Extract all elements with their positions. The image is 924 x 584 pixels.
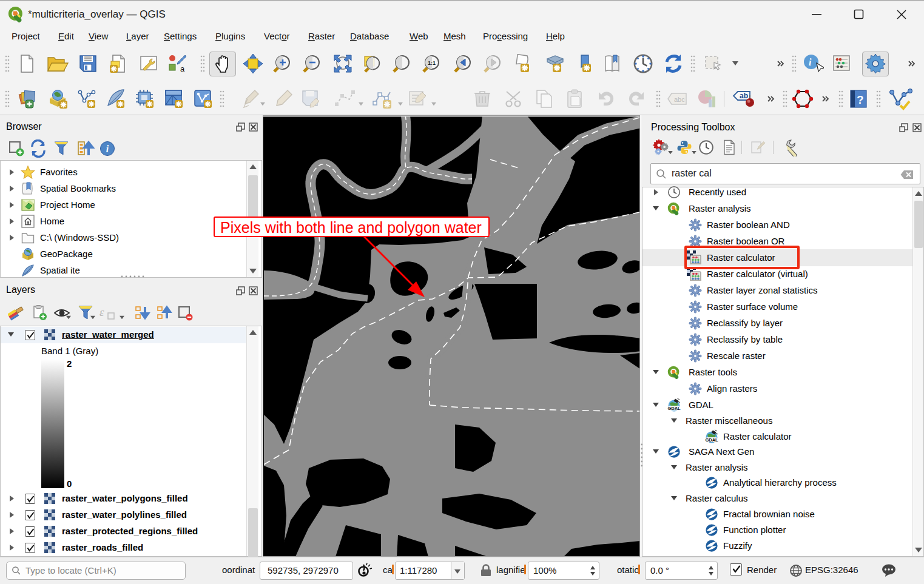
svg-text:?: ? [857, 93, 864, 106]
svg-text:a: a [180, 64, 185, 73]
svg-text:i: i [809, 57, 812, 67]
svg-text:1:1: 1:1 [428, 60, 436, 66]
svg-text:i: i [106, 144, 109, 154]
svg-text:ab: ab [740, 92, 748, 100]
svg-text:abc: abc [674, 96, 685, 103]
